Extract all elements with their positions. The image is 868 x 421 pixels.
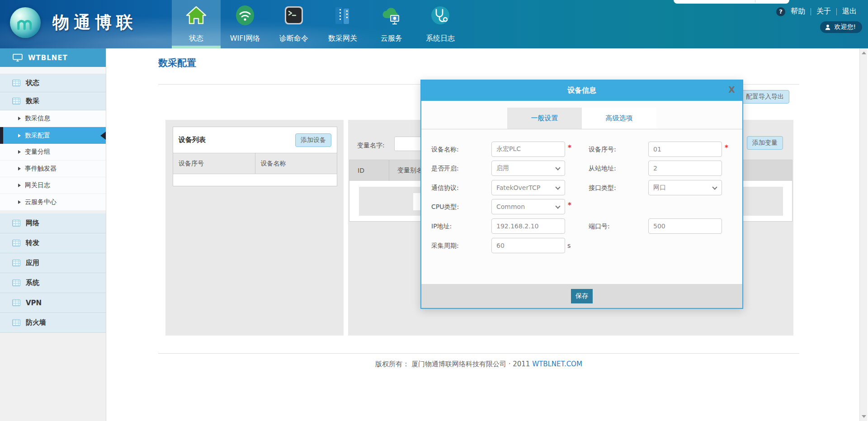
- nav-item-terminal[interactable]: 诊断命令: [269, 0, 318, 48]
- port-input[interactable]: [648, 218, 722, 234]
- cpu-type-select[interactable]: Common: [491, 199, 565, 214]
- select-value: Common: [496, 203, 525, 210]
- submenu-label: 网关日志: [25, 181, 50, 189]
- protocol-select[interactable]: FatekOverTCP: [491, 180, 565, 195]
- submenu-item-gatewaylog[interactable]: 网关日志: [0, 177, 106, 194]
- sidebar-item-label: VPN: [26, 299, 42, 307]
- sidebar-item-status[interactable]: 状态: [0, 74, 106, 92]
- footer-link[interactable]: WTBLNET.COM: [532, 360, 582, 368]
- nav-item-syslog[interactable]: 系统日志: [416, 0, 465, 48]
- device-name-label: 设备名称:: [431, 142, 488, 157]
- sidebar-item-system[interactable]: 系统: [0, 273, 106, 293]
- submenu-label: 云服务中心: [25, 198, 57, 206]
- nav-item-cloud[interactable]: 云服务: [367, 0, 416, 48]
- save-button[interactable]: 保存: [571, 289, 593, 303]
- caret-right-icon: [18, 134, 21, 137]
- caret-right-icon: [18, 167, 21, 170]
- device-serial-field: [648, 142, 722, 157]
- sidebar: WTBLNET 状态 数采 数采信息 数采配置 变量分组 事件触发器 网关日志: [0, 48, 106, 421]
- collect-period-label: 采集周期:: [431, 238, 488, 253]
- sidebar-submenu: 数采信息 数采配置 变量分组 事件触发器 网关日志 云服务中心: [0, 110, 106, 211]
- list-icon: [12, 98, 20, 104]
- gateway-icon: [331, 4, 354, 27]
- cpu-type-field: Common: [491, 199, 565, 214]
- slave-address-field: [648, 161, 722, 176]
- list-icon: [12, 80, 20, 86]
- collect-period-input[interactable]: [491, 238, 565, 253]
- slave-address-input[interactable]: [648, 161, 722, 176]
- chevron-down-icon: [555, 184, 560, 189]
- sidebar-item-datacollect[interactable]: 数采: [0, 92, 106, 110]
- submenu-item-dataconfig[interactable]: 数采配置: [0, 127, 106, 144]
- submenu-item-eventtrigger[interactable]: 事件触发器: [0, 161, 106, 177]
- caret-right-icon: [18, 117, 21, 120]
- ip-address-input[interactable]: [491, 218, 565, 234]
- scroll-down-arrow-icon[interactable]: [862, 415, 866, 418]
- enabled-field: 启用: [491, 161, 565, 176]
- divider: [836, 8, 837, 15]
- sidebar-spacer: [0, 67, 106, 74]
- sidebar-item-forward[interactable]: 转发: [0, 233, 106, 253]
- brand: 物通博联: [10, 7, 137, 38]
- submenu-label: 数采配置: [25, 132, 50, 140]
- nav-label: 数采网关: [328, 34, 357, 43]
- sidebar-item-firewall[interactable]: 防火墙: [0, 313, 106, 333]
- add-device-button[interactable]: 添加设备: [295, 133, 331, 147]
- list-icon: [12, 319, 20, 326]
- about-link[interactable]: 关于: [816, 7, 831, 16]
- device-table-header: 设备序号 设备名称: [173, 153, 337, 174]
- sidebar-item-label: 系统: [26, 279, 39, 287]
- divider: [421, 129, 742, 129]
- submenu-label: 事件触发器: [25, 165, 57, 173]
- tab-advanced-options[interactable]: 高级选项: [582, 108, 656, 129]
- column-device-name: 设备名称: [255, 153, 337, 174]
- select-value: 网口: [653, 184, 666, 192]
- help-link[interactable]: 帮助: [791, 7, 805, 16]
- welcome-badge[interactable]: 欢迎您!: [820, 21, 862, 33]
- brand-name: 物通博联: [52, 11, 137, 34]
- sidebar-header: WTBLNET: [0, 48, 106, 67]
- search-box-partial[interactable]: [674, 0, 789, 4]
- submenu-item-datainfo[interactable]: 数采信息: [0, 110, 106, 127]
- sidebar-title: WTBLNET: [28, 54, 68, 62]
- nav-item-gateway[interactable]: 数采网关: [318, 0, 367, 48]
- interface-type-select[interactable]: 网口: [648, 180, 722, 195]
- variable-filter-label: 变量名字:: [357, 142, 385, 150]
- vertical-scrollbar[interactable]: [859, 48, 867, 421]
- footer: 版权所有： 厦门物通博联网络科技有限公司 · 2011 WTBLNET.COM: [158, 360, 799, 369]
- home-icon: [185, 4, 208, 27]
- tab-general-settings[interactable]: 一般设置: [507, 108, 582, 129]
- add-variable-button[interactable]: 添加变量: [747, 136, 783, 150]
- device-info-modal: 设备信息 X 一般设置 高级选项 设备名称: * 设备序号: * 是否开启: 启…: [420, 80, 743, 309]
- device-serial-input[interactable]: [648, 142, 722, 157]
- device-name-input[interactable]: [491, 142, 565, 157]
- modal-header: 设备信息 X: [421, 80, 742, 101]
- nav-item-wifi[interactable]: WIFI网络: [221, 0, 269, 48]
- scroll-up-arrow-icon[interactable]: [862, 52, 866, 54]
- device-name-field: [491, 142, 565, 157]
- nav-item-status[interactable]: 状态: [172, 0, 221, 48]
- modal-footer: 保存: [421, 284, 742, 308]
- ip-address-field: [491, 218, 565, 234]
- stethoscope-icon: [429, 4, 452, 27]
- submenu-item-vargroup[interactable]: 变量分组: [0, 144, 106, 161]
- sidebar-item-apps[interactable]: 应用: [0, 253, 106, 273]
- logout-link[interactable]: 退出: [842, 7, 857, 16]
- submenu-item-cloudcenter[interactable]: 云服务中心: [0, 194, 106, 211]
- nav-label: 系统日志: [426, 34, 455, 43]
- list-icon: [12, 299, 20, 306]
- enabled-select[interactable]: 启用: [491, 161, 565, 176]
- sidebar-item-label: 数采: [26, 97, 39, 105]
- sidebar-item-network[interactable]: 网络: [0, 213, 106, 233]
- sidebar-item-label: 防火墙: [26, 318, 46, 327]
- config-import-export-button[interactable]: 配置导入导出: [741, 90, 789, 104]
- sidebar-item-vpn[interactable]: VPN: [0, 293, 106, 313]
- caret-right-icon: [18, 150, 21, 154]
- port-label: 端口号:: [589, 218, 645, 234]
- sidebar-item-label: 状态: [26, 79, 39, 87]
- seconds-suffix: s: [567, 242, 571, 249]
- top-links: ? 帮助 关于 退出: [776, 7, 857, 16]
- nav-label: 状态: [189, 34, 203, 43]
- close-icon[interactable]: X: [728, 85, 735, 95]
- device-list-card: 设备列表 添加设备 设备序号 设备名称: [173, 127, 337, 186]
